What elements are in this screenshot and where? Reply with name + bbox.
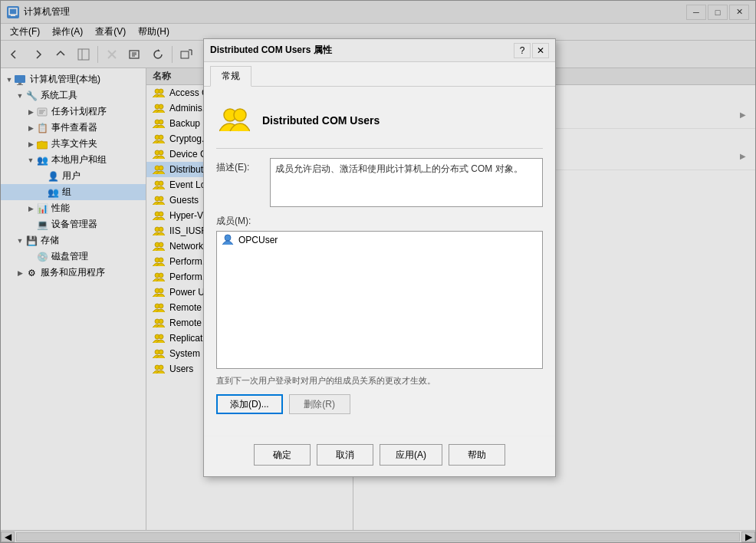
members-list[interactable]: OPCUser <box>216 231 543 369</box>
tab-strip: 常规 <box>204 62 555 87</box>
dialog-title-text: Distributed COM Users 属性 <box>210 44 514 57</box>
group-large-icon <box>216 102 253 139</box>
ok-button[interactable]: 确定 <box>254 444 311 466</box>
add-remove-btn-row: 添加(D)... 删除(R) <box>216 394 543 414</box>
svg-point-63 <box>234 109 246 121</box>
add-button[interactable]: 添加(D)... <box>216 394 283 414</box>
dialog-title-bar: Distributed COM Users 属性 ? ✕ <box>204 39 555 62</box>
members-label: 成员(M): <box>216 215 543 228</box>
dialog-distributed-com-users: Distributed COM Users 属性 ? ✕ 常规 <box>203 38 556 477</box>
group-header: Distributed COM Users <box>216 96 543 149</box>
note-text: 直到下一次用户登录时对用户的组成员关系的更改才生效。 <box>216 375 543 387</box>
user-icon <box>222 234 234 246</box>
svg-point-64 <box>225 235 231 241</box>
dialog-close-button[interactable]: ✕ <box>532 43 549 58</box>
modal-overlay: Distributed COM Users 属性 ? ✕ 常规 <box>0 0 756 543</box>
dialog-footer: 确定 取消 应用(A) 帮助 <box>204 436 555 476</box>
cancel-button[interactable]: 取消 <box>317 444 373 466</box>
help-button[interactable]: 帮助 <box>449 444 505 466</box>
member-name-opcuser: OPCUser <box>238 235 278 245</box>
tab-general[interactable]: 常规 <box>210 66 251 87</box>
dialog-title-controls: ? ✕ <box>514 43 549 58</box>
description-label: 描述(E): <box>216 158 270 174</box>
remove-button[interactable]: 删除(R) <box>289 394 350 414</box>
dialog-content: Distributed COM Users 描述(E): 成员(M): <box>204 87 555 436</box>
description-input[interactable] <box>270 158 543 207</box>
group-display-name: Distributed COM Users <box>262 114 380 127</box>
dialog-help-button[interactable]: ? <box>514 43 531 58</box>
description-field-row: 描述(E): <box>216 158 543 207</box>
member-item-opcuser[interactable]: OPCUser <box>217 232 542 248</box>
apply-button[interactable]: 应用(A) <box>380 444 442 466</box>
